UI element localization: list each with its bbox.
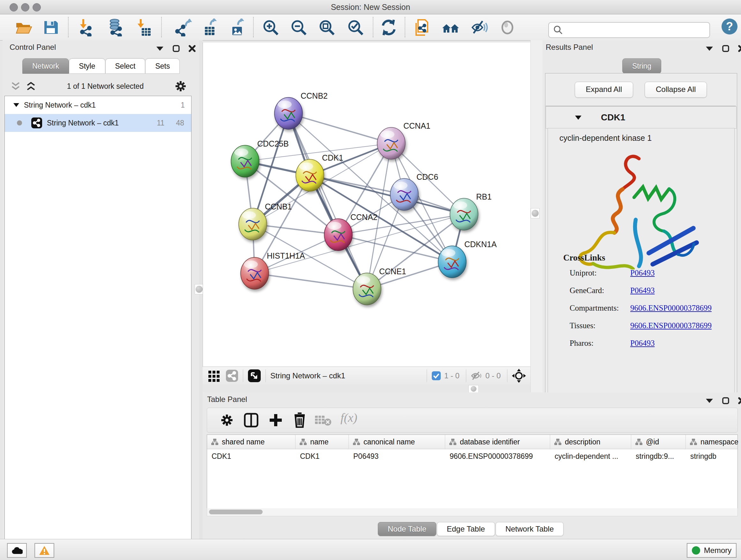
horizontal-splitter[interactable]: [203, 384, 530, 392]
column-header-shared-name[interactable]: shared name: [207, 435, 295, 449]
warnings-button[interactable]: [35, 543, 54, 558]
window-zoom-button[interactable]: [32, 3, 41, 11]
table-row[interactable]: CDK1CDK1P064939606.ENSP00000378699cyclin…: [207, 449, 738, 463]
splitter-handle[interactable]: [468, 385, 479, 393]
open-session-icon[interactable]: [15, 18, 32, 37]
zoom-in-icon[interactable]: [262, 18, 280, 37]
graph-node-label: RB1: [476, 192, 492, 201]
panel-close-icon[interactable]: [738, 45, 741, 52]
graph-node-CDC25B[interactable]: CDC25B: [231, 139, 289, 177]
import-table-file-icon[interactable]: [134, 18, 152, 37]
show-all-icon[interactable]: [498, 18, 516, 37]
first-neighbors-icon[interactable]: [442, 18, 460, 37]
grid-view-icon[interactable]: [208, 369, 220, 382]
search-input[interactable]: [566, 25, 710, 35]
table-hscrollbar[interactable]: [207, 508, 738, 516]
column-header--id[interactable]: @id: [631, 435, 686, 449]
hide-selected-icon[interactable]: [470, 18, 488, 37]
tab-select[interactable]: Select: [105, 58, 145, 74]
crosslink-link[interactable]: 9606.ENSP00000378699: [630, 321, 712, 330]
import-network-database-icon[interactable]: [106, 18, 124, 37]
update-network-icon[interactable]: [380, 18, 398, 37]
expand-all-button[interactable]: Expand All: [575, 82, 633, 98]
column-header-database-identifier[interactable]: database identifier: [445, 435, 550, 449]
memory-button[interactable]: Memory: [687, 543, 737, 558]
table-cell: P06493: [349, 449, 445, 463]
network-canvas[interactable]: CCNB2CCNA1CDC25BCDK1CDC6RB1CCNB1CCNA2CDK…: [203, 43, 531, 367]
birdseye-navigator-icon[interactable]: [512, 369, 526, 383]
panel-maximize-icon[interactable]: [172, 45, 180, 52]
column-header-name[interactable]: name: [295, 435, 349, 449]
tab-style[interactable]: Style: [69, 58, 105, 74]
protein-structure-image: [567, 145, 704, 269]
network-row[interactable]: String Network – cdk1 11 48: [5, 114, 191, 132]
tab-sets[interactable]: Sets: [145, 58, 180, 74]
crosslink-link[interactable]: P06493: [630, 339, 655, 348]
graph-node-CDC6[interactable]: CDC6: [390, 172, 438, 210]
tab-node-table[interactable]: Node Table: [378, 522, 436, 536]
crosslink-row: GeneCard:P06493: [563, 282, 712, 299]
detach-view-icon[interactable]: [248, 369, 261, 382]
selected-checkbox-icon[interactable]: [431, 371, 441, 381]
import-network-file-icon[interactable]: [77, 18, 94, 37]
column-header-namespace[interactable]: namespace: [686, 435, 741, 449]
graph-node-CCNE1[interactable]: CCNE1: [353, 267, 406, 305]
export-table-icon[interactable]: [201, 18, 219, 37]
clone-network-icon[interactable]: [414, 18, 431, 37]
splitter-handle[interactable]: [195, 284, 204, 294]
window-close-button[interactable]: [10, 3, 18, 11]
tab-string[interactable]: String: [622, 58, 661, 74]
splitter-handle[interactable]: [531, 208, 540, 219]
panel-maximize-icon[interactable]: [722, 397, 730, 405]
search-icon: [553, 24, 563, 36]
toolbar-separator: [405, 17, 405, 37]
crosslink-link[interactable]: 9606.ENSP00000378699: [630, 304, 712, 313]
collapse-all-icon[interactable]: [10, 81, 21, 91]
graph-node-CDKN1A[interactable]: CDKN1A: [438, 240, 497, 278]
add-column-icon[interactable]: [268, 413, 283, 428]
window-minimize-button[interactable]: [21, 3, 29, 11]
gene-expander-icon[interactable]: [575, 115, 582, 120]
network-collection-row[interactable]: String Network – cdk1 1: [5, 96, 191, 114]
network-thumbnail-icon[interactable]: [226, 369, 239, 382]
expand-all-icon[interactable]: [25, 81, 37, 91]
crosslink-label: Compartments:: [563, 304, 630, 313]
panel-maximize-icon[interactable]: [722, 45, 730, 52]
column-header-description[interactable]: description: [550, 435, 631, 449]
table-settings-gear-icon[interactable]: [220, 413, 234, 427]
crosslink-link[interactable]: P06493: [630, 268, 655, 277]
panel-close-icon[interactable]: [738, 397, 741, 405]
table-body: CDK1CDK1P064939606.ENSP00000378699cyclin…: [207, 449, 738, 463]
toolbar-separator: [507, 369, 508, 382]
save-session-icon[interactable]: [42, 18, 60, 37]
panel-float-icon[interactable]: [705, 398, 714, 403]
column-header-canonical-name[interactable]: canonical name: [349, 435, 445, 449]
zoom-selected-icon[interactable]: [347, 18, 364, 37]
export-network-icon[interactable]: [175, 18, 193, 37]
zoom-fit-content-icon[interactable]: [318, 18, 336, 37]
tab-edge-table[interactable]: Edge Table: [437, 522, 495, 536]
panel-close-icon[interactable]: [188, 45, 196, 52]
help-icon[interactable]: ?: [721, 17, 738, 36]
graph-node-HIST1H1A[interactable]: HIST1H1A: [241, 251, 305, 289]
export-image-icon[interactable]: [228, 18, 246, 37]
panel-float-icon[interactable]: [705, 46, 714, 51]
graph-node-RB1[interactable]: RB1: [450, 192, 492, 230]
cloud-status-button[interactable]: [7, 543, 27, 558]
collapse-all-button[interactable]: Collapse All: [645, 82, 707, 98]
crosslink-link[interactable]: P06493: [630, 286, 655, 295]
control-panel-title: Control Panel: [10, 43, 56, 52]
graph-node-CCNA1[interactable]: CCNA1: [377, 121, 430, 159]
delete-column-icon[interactable]: [293, 413, 307, 428]
tab-network[interactable]: Network: [22, 58, 69, 74]
network-options-gear-icon[interactable]: [174, 80, 187, 92]
table-tabs: Node Table Edge Table Network Table: [378, 522, 564, 536]
column-visibility-icon[interactable]: [244, 413, 259, 428]
gene-symbol: CDK1: [601, 112, 625, 123]
panel-float-icon[interactable]: [156, 46, 164, 51]
zoom-out-icon[interactable]: [290, 18, 308, 37]
tab-network-table[interactable]: Network Table: [495, 522, 564, 536]
graph-node-CDK1[interactable]: CDK1: [296, 153, 343, 191]
tree-expander-icon[interactable]: [13, 103, 19, 107]
graph-node-CCNB2[interactable]: CCNB2: [274, 91, 328, 129]
